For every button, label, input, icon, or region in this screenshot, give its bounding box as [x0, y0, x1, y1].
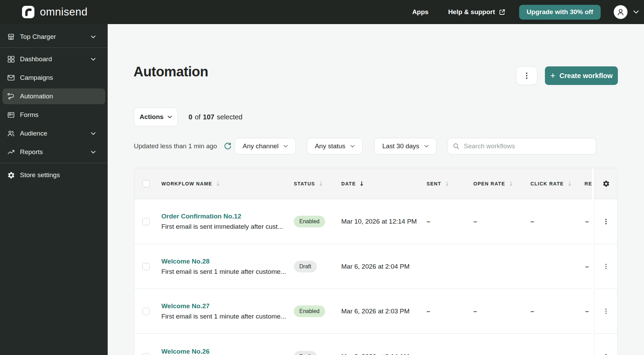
workflow-description: First email is sent immediately after cu…	[161, 223, 283, 230]
sort-icon: ↓	[508, 180, 514, 187]
table-header: WORKFLOW NAME ↓ STATUS ↓ DATE ↓ SENT ↓ O…	[135, 168, 617, 199]
reports-trend-icon	[7, 148, 15, 156]
workflow-name-link[interactable]: Order Confirmation No.12	[161, 213, 241, 220]
forms-icon	[7, 111, 15, 119]
status-filter-dropdown[interactable]: Any status	[307, 138, 363, 154]
sidebar-item-automation[interactable]: Automation	[2, 88, 105, 104]
column-header-workflow-name[interactable]: WORKFLOW NAME ↓	[161, 180, 221, 187]
chevron-down-icon	[424, 145, 429, 148]
column-header-click-rate[interactable]: CLICK RATE ↓	[530, 180, 572, 187]
sidebar-item-label: Automation	[20, 93, 100, 100]
plus-icon: +	[550, 71, 555, 80]
automation-workflow-icon	[7, 92, 15, 100]
sort-icon: ↓	[216, 180, 221, 187]
sidebar-item-store-selector[interactable]: Top Charger	[2, 29, 105, 45]
search-input[interactable]	[464, 142, 591, 150]
chevron-down-icon	[91, 151, 96, 154]
channel-filter-dropdown[interactable]: Any channel	[235, 138, 296, 154]
kebab-icon	[605, 219, 607, 224]
help-support-label: Help & support	[448, 8, 495, 16]
sidebar-item-store-settings[interactable]: Store settings	[2, 167, 105, 183]
sidebar-item-campaigns[interactable]: Campaigns	[2, 70, 105, 86]
external-link-icon	[498, 9, 506, 16]
row-menu-button[interactable]	[603, 351, 610, 355]
row-checkbox[interactable]	[142, 263, 150, 270]
updated-text: Updated less than 1 min ago	[134, 142, 217, 150]
updated-status: Updated less than 1 min ago	[134, 138, 232, 154]
click-rate-value: –	[530, 308, 534, 315]
omnisend-logo[interactable]: omnisend	[22, 6, 87, 18]
apps-link[interactable]: Apps	[412, 8, 429, 16]
storefront-icon	[7, 33, 15, 41]
chevron-down-icon	[283, 145, 288, 148]
envelope-icon	[7, 74, 15, 82]
workflow-name-cell: Welcome No.26 First email is sent 1 minu…	[161, 348, 286, 355]
chevron-down-icon	[91, 58, 96, 61]
main-content: Automation + Create workflow Actions 0 o…	[108, 24, 644, 355]
topbar: omnisend Apps Help & support Upgrade wit…	[0, 0, 644, 24]
avatar[interactable]	[614, 5, 627, 19]
audience-people-icon	[7, 129, 15, 138]
sidebar-divider	[0, 47, 108, 48]
status-badge: Draft	[294, 351, 317, 355]
sidebar-item-label: Campaigns	[20, 74, 100, 82]
row-menu-button[interactable]	[603, 261, 610, 272]
sidebar: Top Charger Dashboard	[0, 24, 108, 355]
sidebar-item-label: Top Charger	[20, 33, 91, 41]
create-workflow-button[interactable]: + Create workflow	[545, 66, 618, 85]
workflows-table: WORKFLOW NAME ↓ STATUS ↓ DATE ↓ SENT ↓ O…	[134, 168, 618, 355]
row-actions-cell	[594, 199, 618, 244]
sort-icon: ↓	[445, 180, 450, 187]
select-all-checkbox[interactable]	[142, 180, 150, 187]
search-workflows-box	[447, 138, 596, 154]
table-settings-button[interactable]	[602, 180, 610, 187]
row-checkbox[interactable]	[142, 218, 150, 225]
click-rate-value: –	[530, 218, 534, 225]
pinned-actions-column	[594, 168, 618, 355]
actions-button[interactable]: Actions	[134, 108, 178, 126]
revenue-value: –	[585, 308, 589, 315]
kebab-icon	[605, 309, 607, 314]
column-header-date[interactable]: DATE ↓	[341, 180, 365, 187]
revenue-value: –	[585, 218, 589, 225]
upgrade-button[interactable]: Upgrade with 30% off	[519, 5, 601, 20]
workflow-name-link[interactable]: Welcome No.27	[161, 302, 210, 310]
date-cell: Mar 3, 2026 at 9:14 AM	[341, 353, 409, 355]
sidebar-item-audience[interactable]: Audience	[2, 126, 105, 141]
status-badge: Draft	[294, 261, 317, 272]
sidebar-item-reports[interactable]: Reports	[2, 144, 105, 160]
sidebar-item-dashboard[interactable]: Dashboard	[2, 51, 105, 67]
sort-icon: ↓	[567, 180, 573, 187]
sidebar-item-forms[interactable]: Forms	[2, 107, 105, 123]
total-count: 107	[203, 113, 214, 121]
row-checkbox[interactable]	[142, 308, 150, 315]
selected-count: 0	[189, 113, 192, 121]
help-support-link[interactable]: Help & support	[448, 8, 506, 16]
row-checkbox[interactable]	[142, 353, 150, 355]
column-header-status[interactable]: STATUS ↓	[294, 180, 324, 187]
selection-summary: 0 of 107 selected	[189, 108, 245, 126]
sidebar-item-label: Dashboard	[20, 55, 91, 63]
refresh-icon[interactable]	[223, 142, 232, 151]
sent-value: –	[427, 308, 430, 315]
sort-icon-active: ↓	[359, 180, 365, 187]
date-range-dropdown[interactable]: Last 30 days	[374, 138, 437, 154]
column-header-open-rate[interactable]: OPEN RATE ↓	[473, 180, 514, 187]
column-header-sent[interactable]: SENT ↓	[427, 180, 450, 187]
table-row: Welcome No.28 First email is sent 1 minu…	[135, 244, 617, 289]
open-rate-value: –	[473, 218, 477, 225]
row-actions-cell	[594, 244, 618, 289]
date-range-label: Last 30 days	[382, 142, 419, 150]
kebab-icon	[526, 73, 527, 79]
sidebar-item-label: Store settings	[20, 171, 100, 179]
topnav: Apps Help & support Upgrade with 30% off	[412, 5, 639, 20]
chevron-down-icon	[91, 132, 96, 135]
account-chevron-icon[interactable]	[633, 10, 639, 14]
workflow-name-link[interactable]: Welcome No.28	[161, 258, 210, 265]
row-menu-button[interactable]	[603, 216, 610, 227]
workflow-name-link[interactable]: Welcome No.26	[161, 348, 210, 355]
sidebar-divider	[0, 163, 108, 163]
more-options-button[interactable]	[516, 66, 537, 85]
sort-icon: ↓	[319, 180, 324, 187]
row-menu-button[interactable]	[603, 306, 610, 317]
